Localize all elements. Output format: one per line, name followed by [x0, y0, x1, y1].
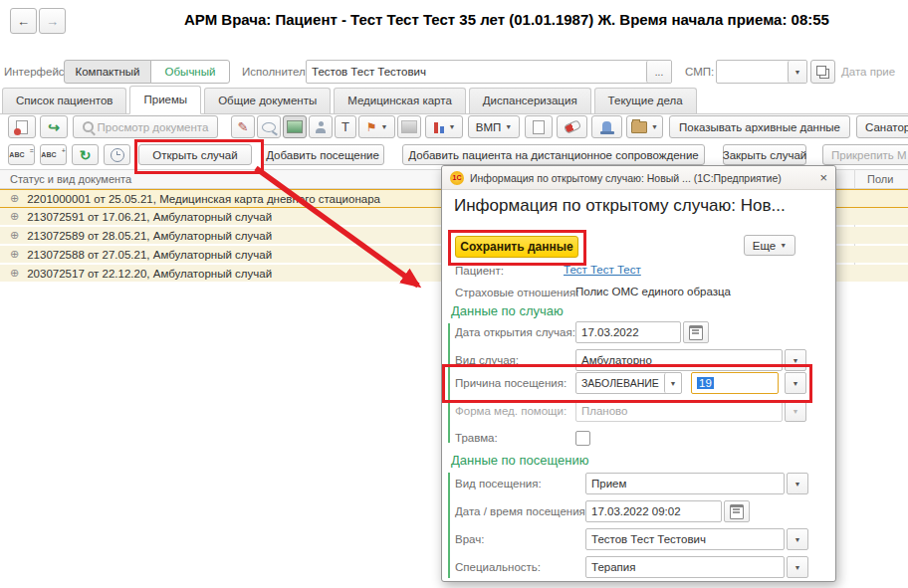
tab-spisok-pacientov[interactable]: Список пациентов — [2, 88, 126, 113]
specialty-label: Специальность: — [455, 556, 541, 578]
lasso-tool-button[interactable] — [257, 115, 281, 138]
image-tool-button[interactable] — [283, 115, 307, 138]
person-icon — [315, 121, 327, 133]
interface-compact-button[interactable]: Компактный — [64, 60, 151, 84]
show-archive-button[interactable]: Показывать архивные данные — [669, 115, 850, 138]
chart-menu-button[interactable]: ▼ — [425, 115, 463, 138]
cancel-document-button[interactable] — [8, 115, 36, 138]
vmp-label: ВМП — [476, 121, 502, 133]
column-header-status[interactable]: Статус и вид документа — [10, 173, 131, 185]
abc-add-button[interactable]: АВС + — [40, 144, 67, 165]
row-label: 213072588 от 27.05.21, Амбулаторный случ… — [27, 249, 272, 261]
doctor-input[interactable]: Тестов Тест Тестович — [585, 528, 785, 550]
person-tool-button[interactable] — [309, 115, 333, 138]
refresh-icon: ↻ — [80, 148, 92, 162]
chevron-down-icon: ▼ — [794, 564, 801, 571]
chevron-down-icon: ▼ — [670, 380, 677, 387]
abc-icon: АВС — [9, 151, 25, 158]
visit-datetime-calendar-button[interactable] — [724, 500, 750, 522]
cancel-document-icon — [16, 120, 28, 134]
dialog-titlebar[interactable]: 1С Информация по открытому случаю: Новый… — [442, 166, 835, 190]
chevron-down-icon: ▼ — [793, 380, 799, 387]
chevron-down-icon: ▼ — [651, 123, 658, 130]
open-date-input[interactable]: 17.03.2022 — [575, 321, 681, 343]
forward-button[interactable]: → — [39, 8, 66, 34]
clock-icon — [111, 148, 124, 162]
patient-link[interactable]: Тест Тест Тест — [564, 264, 641, 276]
visit-reason-dropdown[interactable]: ▼ — [664, 373, 681, 393]
text-tool-button[interactable]: T — [335, 115, 356, 138]
view-document-button[interactable]: Просмотр документа — [73, 115, 218, 138]
expand-icon[interactable]: ⊕ — [10, 211, 19, 222]
insurance-label: Страховые отношения: — [455, 282, 578, 303]
folder-menu-button[interactable]: ▼ — [626, 115, 663, 138]
visit-datetime-label: Дата / время посещения: — [455, 500, 588, 522]
image-disabled-icon — [401, 120, 417, 133]
save-data-button[interactable]: Сохранить данные — [455, 236, 578, 258]
pen-tool-button[interactable]: ✎ — [231, 115, 255, 138]
column-header-policy[interactable]: Поли — [867, 173, 893, 185]
trauma-label: Травма: — [455, 427, 498, 449]
trauma-checkbox[interactable] — [575, 431, 590, 446]
tab-priemy[interactable]: Приемы — [129, 86, 201, 114]
sanatorium-button[interactable]: Санаторно — [856, 115, 908, 138]
back-button[interactable]: ← — [10, 8, 37, 34]
reason-code-input[interactable]: 19 — [691, 372, 779, 394]
refresh-button[interactable]: ↻ — [72, 144, 99, 165]
signpost-tool-button[interactable]: ⚑ ▼ — [358, 115, 395, 138]
document-icon — [533, 120, 545, 134]
signpost-icon: ⚑ — [366, 121, 377, 133]
close-case-button[interactable]: Закрыть случай — [723, 144, 806, 165]
image-icon — [287, 120, 303, 133]
tab-dispanserizaciya[interactable]: Диспансеризация — [469, 88, 591, 113]
date-label: Дата прие — [841, 66, 895, 78]
expand-icon[interactable]: ⊕ — [10, 249, 19, 260]
row-label: 213072591 от 17.06.21, Амбулаторный случ… — [27, 211, 272, 223]
executors-select-button[interactable]: ... — [646, 61, 671, 83]
reason-code-dropdown[interactable]: ▼ — [785, 372, 806, 394]
close-icon[interactable]: × — [819, 170, 827, 185]
forward-icon: → — [46, 14, 59, 29]
expand-icon[interactable]: ⊕ — [10, 193, 19, 204]
open-case-button[interactable]: Открыть случай — [138, 144, 252, 165]
attach-button[interactable]: Прикрепить М — [822, 144, 908, 165]
image2-tool-button[interactable] — [397, 115, 421, 138]
expand-icon[interactable]: ⊕ — [10, 230, 19, 241]
visit-kind-input[interactable]: Прием — [585, 473, 785, 494]
executors-input[interactable]: Тестов Тест Тестович — [306, 60, 672, 84]
chevron-down-icon: ▼ — [794, 536, 801, 543]
add-remote-monitoring-button[interactable]: Добавить пациента на дистанционное сопро… — [402, 144, 705, 165]
smp-dropdown-button[interactable]: ▼ — [788, 61, 806, 83]
stamp-icon — [602, 121, 611, 132]
visit-reason-label: Причина посещения: — [455, 372, 567, 394]
case-section-title: Данные по случаю — [451, 303, 564, 318]
stamp-button[interactable] — [591, 115, 622, 138]
back-icon: ← — [17, 14, 30, 29]
specialty-dropdown[interactable]: ▼ — [787, 556, 808, 578]
smp-open-button[interactable] — [810, 60, 835, 84]
visit-kind-dropdown[interactable]: ▼ — [787, 473, 808, 494]
more-button[interactable]: Еще ▼ — [744, 235, 795, 256]
abc-sort-button[interactable]: АВС = — [8, 144, 35, 165]
medications-button[interactable] — [557, 115, 587, 138]
pill-icon — [563, 119, 580, 134]
case-kind-dropdown[interactable]: ▼ — [785, 349, 806, 371]
tab-medicinskaya-karta[interactable]: Медицинская карта — [334, 88, 466, 113]
expand-icon[interactable]: ⊕ — [10, 268, 19, 279]
add-visit-button[interactable]: Добавить посещение — [261, 144, 384, 165]
vmp-menu-button[interactable]: ВМП ▼ — [468, 115, 520, 138]
chevron-down-icon: ▼ — [793, 408, 799, 415]
med-form-input: Планово — [575, 400, 783, 422]
tab-tekushchie-dela[interactable]: Текущие дела — [594, 88, 697, 113]
executors-label: Исполнители: — [242, 66, 315, 78]
period-button[interactable] — [104, 144, 130, 165]
case-kind-input[interactable]: Амбулаторно — [575, 349, 783, 371]
forward-document-button[interactable]: ↪ — [40, 115, 68, 138]
visit-datetime-input[interactable]: 17.03.2022 09:02 — [585, 500, 722, 522]
open-date-calendar-button[interactable] — [683, 321, 709, 343]
interface-normal-button[interactable]: Обычный — [150, 60, 230, 84]
doctor-dropdown[interactable]: ▼ — [787, 528, 808, 550]
specialty-input[interactable]: Терапия — [585, 556, 785, 578]
document-button[interactable] — [525, 115, 553, 138]
tab-obshchie-dokumenty[interactable]: Общие документы — [204, 88, 331, 113]
